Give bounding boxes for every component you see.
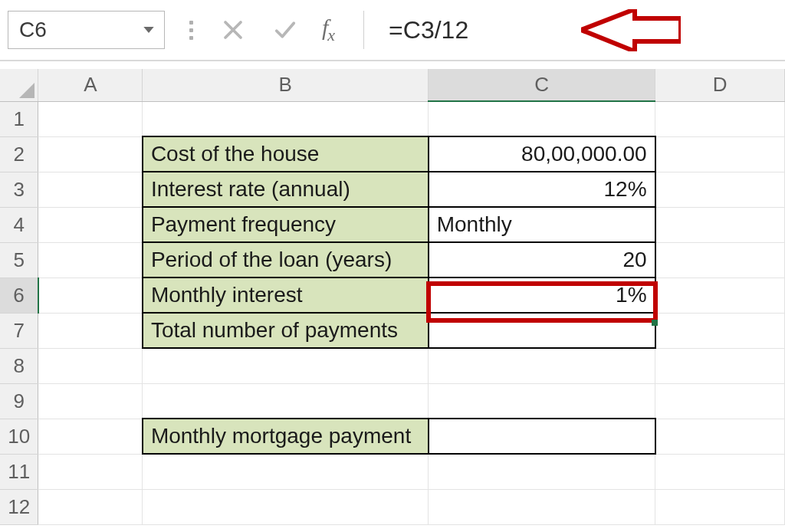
cell-C3[interactable]: 12% bbox=[429, 172, 655, 207]
cell-B4[interactable]: Payment frequency bbox=[143, 207, 429, 242]
row-header-2[interactable]: 2 bbox=[0, 136, 38, 172]
row-header-3[interactable]: 3 bbox=[0, 172, 38, 207]
formula-bar: C6 fx =C3/12 bbox=[0, 0, 785, 61]
cell-A6[interactable] bbox=[38, 277, 143, 313]
cancel-formula-icon[interactable] bbox=[218, 15, 248, 45]
cell-C2[interactable]: 80,00,000.00 bbox=[429, 136, 655, 172]
cell-C8[interactable] bbox=[429, 348, 655, 383]
col-header-A[interactable]: A bbox=[38, 69, 143, 101]
cell-B6[interactable]: Monthly interest bbox=[143, 277, 429, 313]
cell-A2[interactable] bbox=[38, 136, 143, 172]
name-box-dropdown-icon[interactable] bbox=[138, 11, 159, 48]
cell-A7[interactable] bbox=[38, 313, 143, 348]
cell-C1[interactable] bbox=[429, 101, 655, 136]
cell-C12[interactable] bbox=[429, 489, 655, 524]
formula-bar-grip-icon bbox=[186, 21, 196, 40]
cell-C7[interactable] bbox=[429, 313, 655, 348]
row-header-1[interactable]: 1 bbox=[0, 101, 38, 136]
cell-D10[interactable] bbox=[655, 419, 785, 454]
row-header-6[interactable]: 6 bbox=[0, 277, 38, 313]
cell-A11[interactable] bbox=[38, 454, 143, 489]
enter-formula-icon[interactable] bbox=[270, 15, 301, 45]
row-header-11[interactable]: 11 bbox=[0, 454, 38, 489]
formula-bar-divider bbox=[363, 11, 364, 49]
cell-A3[interactable] bbox=[38, 172, 143, 207]
cell-A8[interactable] bbox=[38, 348, 143, 383]
cell-A12[interactable] bbox=[38, 489, 143, 524]
cell-C9[interactable] bbox=[429, 383, 655, 419]
cell-B9[interactable] bbox=[143, 383, 429, 419]
row-header-8[interactable]: 8 bbox=[0, 348, 38, 383]
column-header-row: A B C D bbox=[0, 69, 785, 101]
cell-B5[interactable]: Period of the loan (years) bbox=[143, 242, 429, 277]
formula-input[interactable]: =C3/12 bbox=[389, 11, 785, 49]
spreadsheet-grid[interactable]: A B C D 1 2 Cost of the house 80,00,000.… bbox=[0, 69, 785, 525]
row-header-7[interactable]: 7 bbox=[0, 313, 38, 348]
formula-bar-controls: fx bbox=[186, 11, 372, 49]
cell-D3[interactable] bbox=[655, 172, 785, 207]
name-box[interactable]: C6 bbox=[8, 11, 165, 49]
cell-D8[interactable] bbox=[655, 348, 785, 383]
cell-A4[interactable] bbox=[38, 207, 143, 242]
cell-C5[interactable]: 20 bbox=[429, 242, 655, 277]
cell-B1[interactable] bbox=[143, 101, 429, 136]
cell-C4[interactable]: Monthly bbox=[429, 207, 655, 242]
row-header-5[interactable]: 5 bbox=[0, 242, 38, 277]
cell-D9[interactable] bbox=[655, 383, 785, 419]
col-header-D[interactable]: D bbox=[655, 69, 785, 101]
cell-C11[interactable] bbox=[429, 454, 655, 489]
cell-A5[interactable] bbox=[38, 242, 143, 277]
cell-B12[interactable] bbox=[143, 489, 429, 524]
insert-function-icon[interactable]: fx bbox=[322, 15, 334, 45]
cell-B7[interactable]: Total number of payments bbox=[143, 313, 429, 348]
row-header-10[interactable]: 10 bbox=[0, 419, 38, 454]
select-all-corner[interactable] bbox=[0, 69, 38, 101]
cell-D7[interactable] bbox=[655, 313, 785, 348]
cell-B2[interactable]: Cost of the house bbox=[143, 136, 429, 172]
name-box-value: C6 bbox=[19, 18, 47, 42]
cell-A1[interactable] bbox=[38, 101, 143, 136]
cell-B11[interactable] bbox=[143, 454, 429, 489]
cell-A10[interactable] bbox=[38, 419, 143, 454]
row-header-12[interactable]: 12 bbox=[0, 489, 38, 524]
cell-A9[interactable] bbox=[38, 383, 143, 419]
cell-D5[interactable] bbox=[655, 242, 785, 277]
cell-C6[interactable]: 1% bbox=[429, 277, 655, 313]
cell-D4[interactable] bbox=[655, 207, 785, 242]
cell-B8[interactable] bbox=[143, 348, 429, 383]
col-header-C[interactable]: C bbox=[429, 69, 655, 101]
col-header-B[interactable]: B bbox=[143, 69, 429, 101]
cell-D1[interactable] bbox=[655, 101, 785, 136]
formula-text: =C3/12 bbox=[389, 16, 468, 44]
cell-B3[interactable]: Interest rate (annual) bbox=[143, 172, 429, 207]
row-header-4[interactable]: 4 bbox=[0, 207, 38, 242]
cell-D11[interactable] bbox=[655, 454, 785, 489]
cell-B10[interactable]: Monthly mortgage payment bbox=[143, 419, 429, 454]
cell-C10[interactable] bbox=[429, 419, 655, 454]
cell-D2[interactable] bbox=[655, 136, 785, 172]
row-header-9[interactable]: 9 bbox=[0, 383, 38, 419]
cell-D6[interactable] bbox=[655, 277, 785, 313]
cell-D12[interactable] bbox=[655, 489, 785, 524]
